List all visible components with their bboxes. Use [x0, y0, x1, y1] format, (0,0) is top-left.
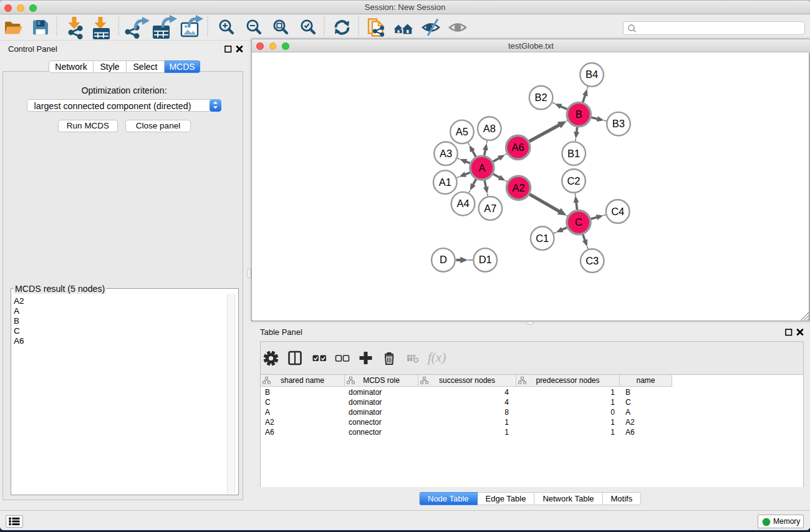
svg-text:D: D: [439, 254, 446, 266]
svg-text:A1: A1: [438, 177, 451, 188]
svg-text:A7: A7: [484, 203, 496, 214]
svg-text:A4: A4: [456, 198, 469, 209]
svg-text:B2: B2: [534, 92, 547, 103]
svg-text:B1: B1: [567, 148, 580, 159]
svg-text:C3: C3: [586, 255, 599, 266]
svg-text:A3: A3: [439, 148, 451, 159]
svg-text:C: C: [574, 216, 582, 228]
svg-text:C4: C4: [611, 206, 624, 217]
svg-text:C1: C1: [536, 233, 549, 244]
svg-text:C2: C2: [567, 175, 580, 186]
svg-text:A2: A2: [512, 182, 524, 193]
svg-text:A: A: [478, 162, 485, 173]
svg-text:B: B: [575, 109, 582, 120]
svg-text:f(x): f(x): [428, 350, 446, 365]
svg-text:D1: D1: [478, 254, 491, 266]
svg-text:B4: B4: [586, 69, 598, 80]
svg-text:A6: A6: [511, 142, 524, 153]
svg-text:A5: A5: [455, 126, 468, 137]
svg-text:B3: B3: [612, 118, 624, 129]
svg-text:A8: A8: [483, 123, 495, 134]
